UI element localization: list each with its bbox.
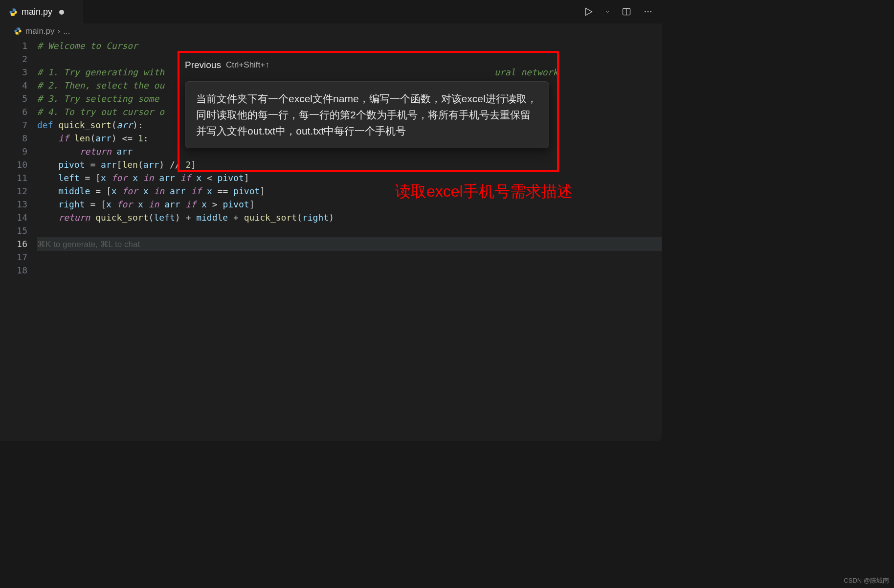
line-number: 4	[0, 79, 27, 92]
code-var: x	[112, 186, 117, 196]
code-keyword: if	[186, 199, 197, 209]
code-var: arr	[159, 173, 175, 183]
code-var: right	[302, 212, 329, 223]
code-var: arr	[164, 199, 180, 209]
code-var: arr	[117, 146, 133, 157]
svg-point-3	[645, 11, 646, 13]
popup-header: Previous Ctrl+Shift+↑	[185, 60, 269, 70]
line-number: 9	[0, 145, 27, 158]
line-number: 8	[0, 132, 27, 145]
code-var: x	[201, 199, 207, 209]
code-keyword: in	[143, 173, 154, 183]
code-param: arr	[117, 120, 133, 130]
code-comment: # 3. Try selecting some	[37, 93, 159, 104]
code-keyword: for	[122, 186, 138, 196]
line-number: 15	[0, 224, 27, 237]
code-var: right	[58, 199, 85, 209]
code-var: x	[196, 173, 201, 183]
code-comment: # 1. Try generating with	[37, 67, 164, 77]
more-icon[interactable]	[642, 6, 654, 18]
annotation-text: 读取excel手机号需求描述	[395, 181, 573, 203]
watermark: CSDN @陈城南	[844, 576, 889, 585]
code-comment: # 2. Then, select the ou	[37, 80, 164, 90]
svg-marker-0	[586, 8, 592, 16]
code-keyword: def	[37, 120, 53, 130]
code-funcname: quick_sort	[58, 120, 111, 130]
breadcrumb-filename: main.py	[25, 26, 55, 36]
line-number: 14	[0, 211, 27, 224]
line-number: 17	[0, 250, 27, 264]
modified-dot-icon	[59, 10, 64, 15]
code-var: middle	[58, 186, 90, 196]
code-keyword: in	[149, 199, 159, 209]
code-var: left	[58, 173, 79, 183]
line-number: 2	[0, 52, 27, 66]
code-keyword: if	[180, 173, 191, 183]
code-keyword: for	[117, 199, 133, 209]
line-number: 3	[0, 66, 27, 79]
run-icon[interactable]	[582, 6, 594, 18]
breadcrumb-sep: ›	[58, 26, 61, 36]
code-var: pivot	[223, 199, 249, 209]
code-var: pivot	[58, 159, 85, 170]
chevron-down-icon[interactable]	[604, 6, 611, 18]
code-funcname: quick_sort	[244, 212, 297, 223]
code-op: >	[212, 199, 218, 209]
code-var: x	[143, 186, 149, 196]
code-var: arr	[95, 133, 112, 143]
code-op: <=	[122, 133, 133, 143]
code-var: arr	[143, 159, 159, 170]
svg-point-4	[648, 11, 649, 13]
file-tab[interactable]: main.py	[0, 0, 83, 23]
code-op: ==	[218, 186, 228, 196]
line-number-gutter: 1 2 3 4 5 6 7 8 9 10 11 12 13 14 15 16 1…	[0, 39, 37, 277]
line-number: 11	[0, 171, 27, 184]
code-var: pivot	[218, 173, 244, 183]
line-number: 6	[0, 105, 27, 118]
line-number: 16	[0, 237, 27, 250]
code-var: pivot	[233, 186, 260, 196]
breadcrumb-more: ...	[63, 26, 70, 36]
generate-hint: ⌘K to generate, ⌘L to chat	[37, 240, 140, 249]
code-builtin: len	[74, 133, 90, 143]
code-var: arr	[170, 186, 186, 196]
code-var: left	[154, 212, 175, 223]
code-comment: # 4. To try out cursor o	[37, 107, 164, 117]
code-funcname: quick_sort	[95, 212, 148, 223]
code-keyword: if	[191, 186, 201, 196]
line-number: 13	[0, 198, 27, 211]
code-keyword: for	[112, 173, 128, 183]
code-keyword: in	[154, 186, 164, 196]
code-var: x	[133, 173, 138, 183]
svg-point-5	[650, 11, 652, 13]
previous-button[interactable]: Previous	[185, 60, 221, 70]
code-var: x	[101, 173, 106, 183]
code-var: x	[138, 199, 143, 209]
code-op: <	[207, 173, 212, 183]
shortcut-label: Ctrl+Shift+↑	[226, 60, 269, 70]
breadcrumb[interactable]: main.py › ...	[0, 23, 662, 39]
prompt-text: 当前文件夹下有一个excel文件name，编写一个函数，对该excel进行读取，…	[196, 93, 537, 136]
line-number: 7	[0, 118, 27, 132]
line-number: 10	[0, 158, 27, 171]
tab-bar: main.py	[0, 0, 662, 23]
split-editor-icon[interactable]	[621, 6, 632, 18]
code-builtin: len	[122, 159, 138, 170]
code-var: x	[106, 199, 112, 209]
code-num: 1	[138, 133, 143, 143]
code-keyword: if	[58, 133, 69, 143]
tab-filename: main.py	[22, 7, 52, 17]
line-number: 5	[0, 92, 27, 105]
line-number: 1	[0, 39, 27, 52]
code-var: middle	[196, 212, 228, 223]
editor-actions	[582, 0, 654, 23]
line-number: 12	[0, 184, 27, 198]
code-var: arr	[101, 159, 117, 170]
code-var: x	[207, 186, 212, 196]
ai-prompt-box[interactable]: 当前文件夹下有一个excel文件name，编写一个函数，对该excel进行读取，…	[185, 81, 549, 148]
python-icon	[9, 8, 18, 17]
line-number: 18	[0, 264, 27, 277]
code-keyword: return	[80, 146, 112, 157]
code-comment: # Welcome to Cursor	[37, 41, 138, 51]
code-keyword: return	[58, 212, 90, 223]
